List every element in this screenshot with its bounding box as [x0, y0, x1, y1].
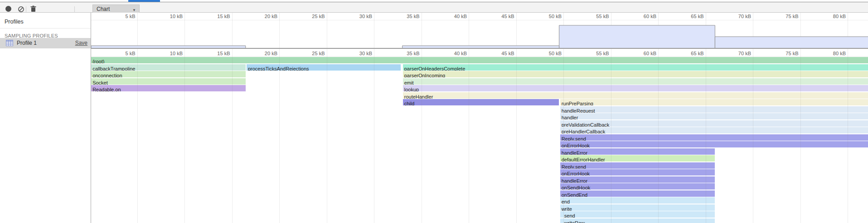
profile-name: Profile 1 [17, 40, 37, 46]
flame-frame-label: write_ [560, 206, 575, 211]
sidebar-title: Profiles [5, 19, 24, 25]
flame-frame-label: preHandlerCallback [560, 128, 606, 133]
flame-frame-end[interactable]: end [560, 197, 715, 204]
flame-frame-label: handleRequest [560, 108, 595, 113]
flame-frame-defaulterrorhandler[interactable]: defaultErrorHandler [560, 155, 715, 161]
flame-frame-prehandlercallback[interactable]: preHandlerCallback [560, 127, 868, 133]
flame-gridline [374, 49, 374, 223]
flame-frame-label: end [560, 199, 570, 204]
flame-frame-handleerror[interactable]: handleError [560, 176, 715, 183]
flame-frame-label: child [403, 100, 415, 105]
toolbar-separator [26, 6, 26, 13]
flame-gridline [469, 49, 469, 223]
flame-gridline [516, 49, 517, 223]
flame-frame-routehandler[interactable]: routeHandler [403, 92, 868, 99]
flame-frame-label: _send [560, 213, 575, 218]
flame-frame-onerrorhook[interactable]: onErrorHook [560, 141, 868, 147]
flame-gridline [184, 49, 185, 223]
flame-frame-label: preValidationCallback [560, 122, 610, 127]
flame-gridline [706, 49, 706, 223]
flame-frame-handler[interactable]: handler [560, 113, 868, 119]
profiler-toolbar: Chart ▼ [0, 2, 868, 13]
flame-frame-label: (root) [91, 58, 104, 63]
flame-gridline [422, 49, 422, 223]
flame-gridline [232, 49, 233, 223]
flame-frame-reply-send[interactable]: Reply.send [560, 162, 715, 169]
flame-frame-onsendhook[interactable]: onSendHook [560, 183, 715, 190]
flame-frame-label: handleError [560, 150, 587, 155]
flame-frame-emit[interactable]: emit [403, 78, 868, 85]
flame-frame-label: onSendHook [560, 185, 591, 190]
flame-frame-label: Readable.on [91, 86, 121, 91]
view-mode-value: Chart [97, 6, 110, 12]
flame-gridline [563, 49, 564, 223]
flame-gridline [137, 49, 138, 223]
flame-frame-label: lookup [403, 86, 419, 91]
flame-frame-runpreparsing[interactable]: runPreParsing [560, 99, 868, 105]
flame-frame-label: Reply.send [560, 136, 586, 141]
flame-frame-label: onErrorHook [560, 171, 590, 176]
sidebar-item-profile-1[interactable]: Profile 1 Save [0, 38, 91, 48]
flame-frame-label: onconnection [91, 72, 122, 77]
clear-profiles-icon[interactable] [18, 6, 24, 12]
flame-gridline [658, 49, 659, 223]
flame-frame-parseronincoming[interactable]: parserOnIncoming [403, 71, 868, 77]
flame-frame-label: emit [403, 80, 414, 85]
flame-frame-processticksandrejections[interactable]: processTicksAndRejections [247, 64, 401, 71]
flame-frame-label: processTicksAndRejections [247, 66, 309, 71]
flame-frame-prevalidationcallback[interactable]: preValidationCallback [560, 120, 868, 127]
flame-frame-onconnection[interactable]: onconnection [91, 71, 246, 77]
flame-frame-label: parserOnHeadersComplete [403, 66, 466, 71]
flame-frame-readable-on[interactable]: Readable.on [91, 85, 246, 91]
flame-gridline [753, 49, 753, 223]
flame-frame-socket[interactable]: Socket [91, 78, 246, 85]
flame-frame-label: onErrorHook [560, 142, 590, 147]
sidebar-divider [0, 28, 91, 28]
flame-gridline [800, 49, 801, 223]
save-profile-link[interactable]: Save [75, 40, 87, 46]
flame-frame-label: handleError [560, 178, 587, 183]
flame-frame-onsendend[interactable]: onSendEnd [560, 190, 715, 197]
flame-chart-pane: 5 kB10 kB15 kB20 kB25 kB30 kB35 kB40 kB4… [91, 13, 868, 223]
flame-frame-handleerror[interactable]: handleError [560, 148, 715, 155]
flame-gridline [848, 49, 848, 223]
flame-frame-reply-send[interactable]: Reply.send [560, 134, 868, 141]
flame-gridline [279, 49, 280, 223]
flame-frame-root[interactable]: (root) [91, 57, 868, 63]
profile-table-icon [6, 40, 13, 48]
horizontal-scroll-indicator[interactable] [128, 0, 160, 2]
flame-frame-label: handler [560, 114, 578, 119]
flame-gridline [327, 49, 327, 223]
flame-frame-handlerequest[interactable]: handleRequest [560, 106, 868, 113]
delete-profile-icon[interactable] [30, 5, 37, 12]
flame-frame-label: routeHandler [403, 94, 433, 99]
flame-frame-lookup[interactable]: lookup [403, 85, 868, 91]
toolbar-separator [74, 6, 75, 13]
record-icon[interactable] [5, 6, 11, 12]
flame-frame-send[interactable]: _send [560, 211, 715, 218]
flame-frame-label: callbackTrampoline [91, 66, 135, 71]
flame-frame-label: Reply.send [560, 164, 586, 169]
flame-frame-child[interactable]: child [403, 99, 559, 105]
view-mode-select[interactable]: Chart ▼ [92, 5, 140, 14]
flame-frame-label: defaultErrorHandler [560, 157, 605, 161]
flame-frame-write[interactable]: write_ [560, 204, 715, 211]
flame-frame-label: Socket [91, 80, 108, 85]
flame-frame-parseronheaderscomplete[interactable]: parserOnHeadersComplete [403, 64, 868, 71]
flame-frame-label: parserOnIncoming [403, 72, 446, 77]
flame-frame-label: runPreParsing [560, 100, 593, 105]
flame-frame-writeraw[interactable]: _writeRaw [560, 218, 715, 223]
flame-frame-callbacktrampoline[interactable]: callbackTrampoline [91, 64, 246, 71]
flame-frame-onerrorhook[interactable]: onErrorHook [560, 169, 715, 176]
flame-gridline [611, 49, 611, 223]
flame-frame-label: onSendEnd [560, 192, 588, 197]
profiles-sidebar: Profiles SAMPLING PROFILES Profile 1 Sav… [0, 13, 91, 223]
memory-overview-silhouette[interactable] [91, 13, 868, 49]
